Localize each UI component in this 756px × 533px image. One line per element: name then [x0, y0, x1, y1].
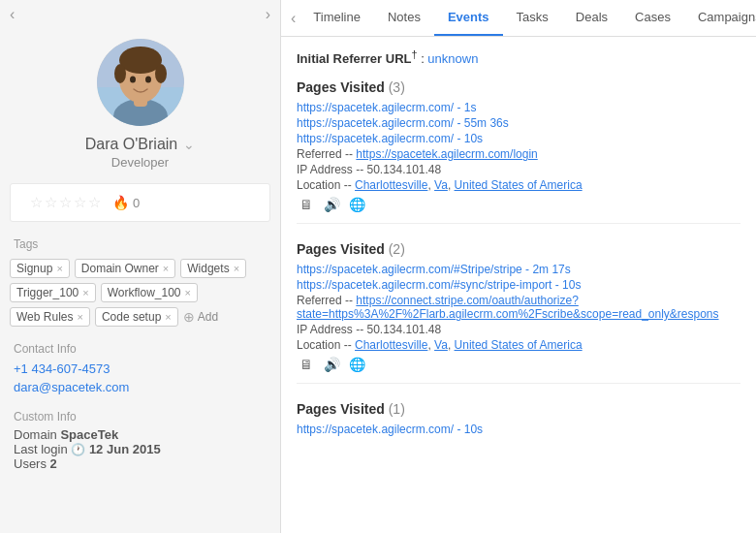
location-row-0: Location -- Charlottesville, Va, United … — [297, 178, 740, 192]
clock-icon: 🕐 — [71, 443, 85, 456]
custom-info-section: Custom Info Domain SpaceTek Last login 🕐… — [0, 400, 280, 475]
page-link-1-0[interactable]: https://spacetek.agilecrm.com/#Stripe/st… — [297, 263, 740, 276]
tab-campaigns[interactable]: Campaigns — [684, 0, 756, 36]
contact-info-section: Contact Info +1 434-607-4573 dara@spacet… — [0, 332, 280, 400]
tab-bar: ‹ TimelineNotesEventsTasksDealsCasesCamp… — [281, 0, 756, 37]
nav-arrows: ‹ › — [0, 0, 280, 29]
speaker-icon-1: 🔊 — [322, 356, 341, 373]
svg-point-6 — [114, 64, 126, 83]
last-login-value: 12 Jun 2015 — [89, 442, 161, 456]
page-link-0-1[interactable]: https://spacetek.agilecrm.com/ - 55m 36s — [297, 116, 740, 130]
monitor-icon-0: 🖥 — [297, 196, 316, 213]
star-1[interactable]: ☆ — [30, 194, 43, 211]
referred-link-0[interactable]: https://spacetek.agilecrm.com/login — [356, 147, 537, 161]
pages-visited-header-2: Pages Visited (1) — [297, 401, 740, 417]
contact-role: Developer — [111, 155, 169, 170]
referred-row-1: Referred -- https://connect.stripe.com/o… — [297, 294, 740, 321]
referrer-label: Initial Referrer URL — [297, 51, 411, 66]
email-row: dara@spacetek.com — [14, 378, 267, 396]
referred-link-1[interactable]: https://connect.stripe.com/oauth/authori… — [297, 294, 719, 321]
tab-deals[interactable]: Deals — [562, 0, 621, 36]
contact-name: Dara O'Briain — [85, 136, 178, 153]
tag-remove-icon[interactable]: × — [82, 287, 88, 298]
event-block-0: Pages Visited (3)https://spacetek.agilec… — [297, 79, 740, 224]
tag-label: Workflow_100 — [108, 286, 181, 299]
ip-row-0: IP Address -- 50.134.101.48 — [297, 163, 740, 176]
event-blocks-container: Pages Visited (3)https://spacetek.agilec… — [297, 79, 740, 436]
star-rating[interactable]: ☆ ☆ ☆ ☆ ☆ — [30, 194, 101, 211]
content-area: Initial Referrer URL† : unknown Pages Vi… — [281, 37, 756, 533]
tag-remove-icon[interactable]: × — [165, 311, 171, 323]
tag-remove-icon[interactable]: × — [185, 287, 191, 298]
add-label: Add — [198, 310, 218, 324]
prev-arrow[interactable]: ‹ — [10, 6, 15, 23]
tabs-container: TimelineNotesEventsTasksDealsCasesCampai… — [299, 0, 756, 36]
fire-score: 🔥 0 — [112, 195, 140, 210]
tag-label: Widgets — [187, 262, 229, 275]
tab-cases[interactable]: Cases — [621, 0, 684, 36]
custom-info-label: Custom Info — [14, 406, 267, 427]
tab-notes[interactable]: Notes — [374, 0, 434, 36]
tags-label: Tags — [0, 230, 280, 255]
pages-count-2: (1) — [389, 401, 405, 417]
page-link-0-0[interactable]: https://spacetek.agilecrm.com/ - 1s — [297, 101, 740, 114]
tab-timeline[interactable]: Timeline — [299, 0, 374, 36]
speaker-icon-0: 🔊 — [322, 196, 341, 213]
add-circle-icon: ⊕ — [183, 309, 195, 325]
tag-remove-icon[interactable]: × — [234, 263, 239, 274]
device-icons-1: 🖥 🔊 🌐 — [297, 356, 740, 373]
tag-item: Web Rules× — [10, 307, 90, 327]
page-link-0-2[interactable]: https://spacetek.agilecrm.com/ - 10s — [297, 132, 740, 145]
avatar-section: Dara O'Briain ⌄ Developer — [0, 29, 280, 175]
page-link-1-1[interactable]: https://spacetek.agilecrm.com/#sync/stri… — [297, 278, 740, 292]
rating-row: ☆ ☆ ☆ ☆ ☆ 🔥 0 — [10, 183, 270, 222]
domain-row: Domain SpaceTek — [14, 427, 267, 442]
tag-label: Code setup — [102, 310, 161, 324]
domain-value: SpaceTek — [60, 427, 118, 442]
left-panel: ‹ › — [0, 0, 281, 533]
users-value: 2 — [50, 456, 57, 471]
users-row: Users 2 — [14, 456, 267, 471]
tag-remove-icon[interactable]: × — [163, 263, 169, 274]
page-link-2-0[interactable]: https://spacetek.agilecrm.com/ - 10s — [297, 423, 740, 436]
right-panel: ‹ TimelineNotesEventsTasksDealsCasesCamp… — [281, 0, 756, 533]
pages-count-0: (3) — [389, 79, 405, 95]
avatar — [97, 39, 184, 126]
svg-point-7 — [155, 64, 167, 83]
star-3[interactable]: ☆ — [59, 194, 72, 211]
divider-0 — [297, 223, 740, 224]
referrer-row: Initial Referrer URL† : unknown — [297, 48, 740, 66]
tag-remove-icon[interactable]: × — [77, 311, 82, 323]
pages-visited-header-0: Pages Visited (3) — [297, 79, 740, 95]
email-link[interactable]: dara@spacetek.com — [14, 380, 129, 394]
fire-icon: 🔥 — [112, 195, 129, 210]
contact-info-label: Contact Info — [14, 338, 267, 360]
event-block-1: Pages Visited (2)https://spacetek.agilec… — [297, 241, 740, 384]
tag-item: Workflow_100× — [101, 283, 198, 302]
tab-tasks[interactable]: Tasks — [503, 0, 562, 36]
add-tag-button[interactable]: ⊕Add — [183, 307, 218, 327]
star-2[interactable]: ☆ — [45, 194, 57, 211]
tab-events[interactable]: Events — [434, 0, 503, 36]
tab-prev-arrow[interactable]: ‹ — [287, 10, 299, 27]
referrer-value: unknown — [427, 51, 478, 66]
name-row: Dara O'Briain ⌄ — [85, 136, 196, 153]
monitor-icon-1: 🖥 — [297, 356, 316, 373]
svg-point-5 — [119, 47, 162, 74]
tag-item: Domain Owner× — [75, 259, 175, 278]
phone-link[interactable]: +1 434-607-4573 — [14, 361, 110, 376]
referrer-colon: : — [418, 51, 428, 66]
device-icons-0: 🖥 🔊 🌐 — [297, 196, 740, 213]
tag-remove-icon[interactable]: × — [56, 263, 62, 274]
divider-1 — [297, 383, 740, 384]
tag-item: Widgets× — [180, 259, 246, 278]
star-4[interactable]: ☆ — [74, 194, 86, 211]
chevron-down-icon[interactable]: ⌄ — [183, 137, 195, 152]
tag-label: Web Rules — [16, 310, 73, 324]
referred-row-0: Referred -- https://spacetek.agilecrm.co… — [297, 147, 740, 161]
next-arrow[interactable]: › — [266, 6, 270, 23]
pages-count-1: (2) — [389, 241, 405, 257]
tag-item: Trigger_100× — [10, 283, 96, 302]
star-5[interactable]: ☆ — [88, 194, 101, 211]
globe-icon-1: 🌐 — [347, 356, 366, 373]
